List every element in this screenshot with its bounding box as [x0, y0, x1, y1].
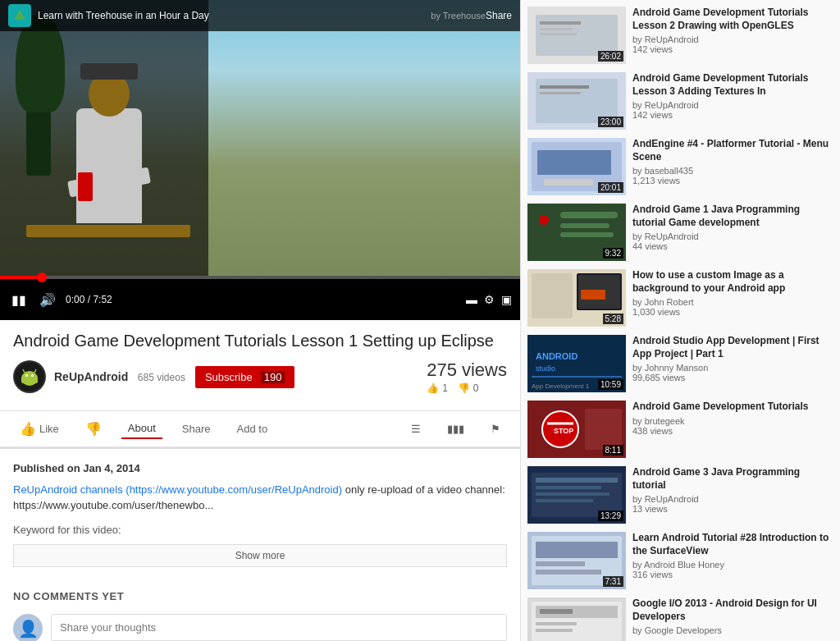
channel-name[interactable]: ReUpAndroid — [54, 370, 128, 383]
sidebar-item[interactable]: STOP 8:11 Android Game Development Tutor… — [527, 401, 833, 458]
sidebar-title-4: How to use a custom Image as a backgroun… — [632, 269, 833, 295]
share-top-button[interactable]: Share — [486, 10, 512, 21]
view-info: 275 views 👍 1 👎 0 — [427, 359, 507, 394]
no-comments-label: NO COMMENTS YET — [13, 590, 507, 602]
channel-link[interactable]: ReUpAndroid channels (https://www.youtub… — [13, 483, 342, 496]
sidebar-title-7: Android Game 3 Java Programming tutorial — [632, 466, 833, 492]
svg-rect-18 — [540, 92, 581, 94]
svg-point-6 — [25, 374, 28, 377]
sidebar-thumb-3: 9:32 — [527, 204, 626, 261]
thumb-duration-5: 10:59 — [598, 379, 623, 390]
svg-rect-59 — [536, 629, 573, 632]
svg-rect-57 — [540, 609, 573, 614]
stats-button[interactable]: ▮▮▮ — [441, 419, 471, 438]
video-bar-by: by Treehouse — [431, 11, 486, 21]
sidebar-item[interactable]: ANDROIDstudioApp Development 1 10:59 And… — [527, 335, 833, 392]
thumb-duration-6: 8:11 — [603, 445, 623, 456]
sidebar-thumb-7: 13:29 — [527, 466, 626, 524]
sidebar-thumb-4: 5:28 — [527, 269, 626, 327]
sidebar-thumb-1: 23:00 — [527, 72, 626, 130]
sidebar-item[interactable]: 23:00 Android Game Development Tutorials… — [527, 72, 833, 130]
channel-video-count: 685 videos — [138, 372, 185, 383]
svg-text:ANDROID: ANDROID — [536, 351, 578, 361]
like-icon: 👍 — [20, 421, 36, 437]
svg-rect-42 — [585, 409, 622, 450]
sidebar-item[interactable]: 5:28 How to use a custom Image as a back… — [527, 269, 833, 327]
svg-text:STOP: STOP — [554, 427, 573, 435]
thumb-duration-1: 23:00 — [598, 117, 623, 127]
flag-button[interactable]: ⚑ — [484, 419, 507, 438]
sidebar-title-5: Android Studio App Development | First A… — [632, 335, 833, 360]
keyword-label: Keyword for this video: — [13, 522, 507, 538]
video-bar-title: Learn with Treehouse in an Hour a Day — [38, 10, 426, 21]
sidebar-title-3: Android Game 1 Java Programming tutorial… — [632, 204, 833, 229]
svg-rect-48 — [536, 499, 593, 502]
settings-button[interactable]: ⚙ — [484, 293, 495, 306]
svg-rect-32 — [532, 273, 573, 318]
thumbup-icon: 👍 — [427, 382, 439, 394]
svg-rect-58 — [536, 622, 577, 625]
sidebar-views-8: 316 views — [632, 570, 833, 579]
subscribe-button[interactable]: Subscribe 190 — [195, 366, 295, 388]
dislike-button[interactable]: 👎 — [79, 418, 108, 440]
playlist-button[interactable]: ☰ — [404, 419, 427, 438]
sidebar-item[interactable]: Google I/O 2013 - Android Design for UI … — [527, 598, 833, 641]
fullscreen-button[interactable]: ▣ — [501, 293, 512, 306]
time-display: 0:00 / 7:52 — [66, 294, 112, 305]
sidebar-title-6: Android Game Development Tutorials — [632, 401, 833, 414]
sidebar-info-2: AndEngine #4 - Platformer Tutorial - Men… — [632, 138, 833, 195]
like-button[interactable]: 👍 Like — [13, 418, 66, 440]
sidebar-item[interactable]: 26:02 Android Game Development Tutorials… — [527, 7, 833, 64]
video-scene — [0, 0, 520, 279]
share-label: Share — [182, 423, 211, 435]
play-pause-button[interactable]: ▮▮ — [8, 291, 30, 309]
sidebar-title-1: Android Game Development Tutorials Lesso… — [632, 72, 833, 98]
sidebar-item[interactable]: 13:29 Android Game 3 Java Programming tu… — [527, 466, 833, 524]
sidebar-title-0: Android Game Development Tutorials Lesso… — [632, 7, 833, 32]
sidebar-item[interactable]: 9:32 Android Game 1 Java Programming tut… — [527, 204, 833, 261]
sidebar-title-2: AndEngine #4 - Platformer Tutorial - Men… — [632, 138, 833, 163]
sidebar-by-2: by baseball435 — [632, 166, 833, 176]
svg-rect-47 — [536, 492, 609, 496]
svg-rect-14 — [540, 33, 577, 35]
about-button[interactable]: About — [121, 419, 162, 439]
svg-point-24 — [539, 215, 549, 225]
comment-input[interactable] — [51, 614, 507, 641]
thumbdown-icon: 👎 — [458, 382, 470, 394]
like-dislike-row: 👍 1 👎 0 — [427, 382, 507, 394]
sidebar-info-7: Android Game 3 Java Programming tutorial… — [632, 466, 833, 524]
sidebar-item[interactable]: 20:01 AndEngine #4 - Platformer Tutorial… — [527, 138, 833, 195]
sidebar-by-4: by John Robert — [632, 297, 833, 307]
sidebar-by-7: by ReUpAndroid — [632, 494, 833, 504]
about-section: Published on Jan 4, 2014 ReUpAndroid cha… — [0, 449, 520, 579]
svg-rect-27 — [560, 232, 614, 237]
sidebar-item[interactable]: 7:31 Learn Android Tutorial #28 Introduc… — [527, 532, 833, 589]
sidebar-views-6: 438 views — [632, 426, 833, 436]
like-count: 1 — [442, 382, 448, 394]
progress-bar-fill — [0, 276, 42, 279]
sidebar-info-8: Learn Android Tutorial #28 Introduction … — [632, 532, 833, 589]
video-top-bar: Learn with Treehouse in an Hour a Day by… — [0, 0, 520, 31]
add-to-button[interactable]: Add to — [231, 419, 275, 438]
sidebar-by-5: by Johnny Manson — [632, 363, 833, 373]
svg-rect-36 — [532, 376, 622, 378]
cc-button[interactable]: ▬ — [466, 293, 477, 306]
video-info: Android Game Development Tutorials Lesso… — [0, 320, 520, 410]
sidebar-info-4: How to use a custom Image as a backgroun… — [632, 269, 833, 327]
svg-rect-22 — [544, 179, 593, 185]
share-button[interactable]: Share — [176, 419, 217, 438]
flag-icon: ⚑ — [491, 423, 500, 435]
video-title: Android Game Development Tutorials Lesso… — [13, 330, 507, 351]
show-more-button[interactable]: Show more — [13, 544, 507, 567]
svg-rect-17 — [540, 85, 589, 89]
playlist-icon: ☰ — [411, 423, 421, 435]
sidebar-info-1: Android Game Development Tutorials Lesso… — [632, 72, 833, 130]
volume-button[interactable]: 🔊 — [36, 291, 59, 309]
svg-rect-45 — [536, 478, 618, 483]
progress-bar-container[interactable] — [0, 276, 520, 279]
channel-row: ReUpAndroid 685 videos Subscribe 190 275… — [13, 359, 507, 394]
sidebar-by-9: by Google Developers — [632, 625, 833, 635]
channel-avatar[interactable] — [13, 360, 46, 393]
sidebar-by-8: by Android Blue Honey — [632, 560, 833, 570]
sidebar-views-7: 13 views — [632, 504, 833, 514]
